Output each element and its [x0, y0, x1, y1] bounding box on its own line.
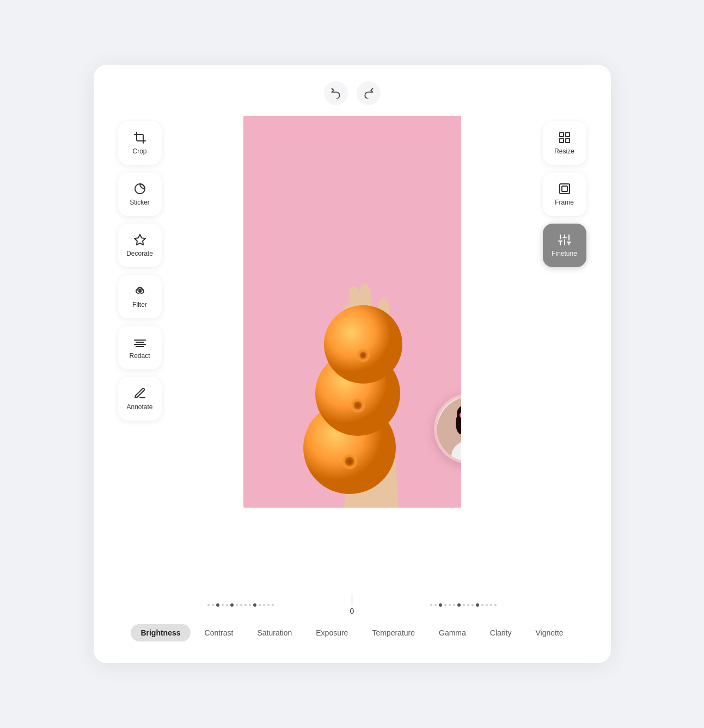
- top-toolbar: [115, 81, 589, 105]
- svg-rect-34: [566, 139, 570, 143]
- svg-rect-32: [566, 133, 570, 137]
- tab-saturation[interactable]: Saturation: [247, 624, 302, 641]
- frame-label: Frame: [555, 199, 574, 206]
- dot: [216, 603, 219, 607]
- tab-gamma[interactable]: Gamma: [429, 624, 476, 641]
- image-content: [243, 116, 461, 508]
- dot: [490, 604, 492, 606]
- left-sidebar: Crop Sticker Decorate: [115, 116, 164, 582]
- dot: [207, 604, 210, 606]
- svg-point-17: [324, 305, 402, 384]
- dot: [253, 603, 256, 607]
- dot: [259, 604, 261, 606]
- editor-container: Crop Sticker Decorate: [94, 65, 611, 663]
- slider-track[interactable]: 0: [115, 595, 589, 615]
- dot: [272, 604, 274, 606]
- dot: [439, 603, 442, 607]
- undo-button[interactable]: [324, 81, 348, 105]
- right-sidebar: Resize Frame: [540, 116, 589, 582]
- redact-label: Redact: [129, 352, 150, 360]
- resize-tool-button[interactable]: Resize: [543, 121, 586, 165]
- dot: [434, 604, 437, 606]
- filter-icon: [133, 285, 146, 298]
- dot: [249, 604, 251, 606]
- annotate-label: Annotate: [126, 403, 152, 411]
- dot: [263, 604, 265, 606]
- svg-point-19: [360, 352, 366, 359]
- svg-point-13: [345, 457, 354, 466]
- decorate-icon: [133, 233, 146, 246]
- resize-label: Resize: [554, 147, 574, 155]
- resize-icon: [558, 131, 571, 144]
- dot: [449, 604, 451, 606]
- redact-icon: [133, 336, 146, 349]
- finetune-tool-button[interactable]: Finetune: [543, 224, 586, 267]
- dot: [486, 604, 488, 606]
- dot: [430, 604, 432, 606]
- frame-icon: [558, 182, 571, 195]
- svg-rect-36: [562, 186, 567, 192]
- dot: [236, 604, 238, 606]
- slider-dots-right: [360, 603, 567, 607]
- dot: [463, 604, 465, 606]
- bottom-controls: 0 Brightness: [115, 595, 589, 641]
- dot: [457, 603, 461, 607]
- tab-temperature[interactable]: Temperature: [362, 624, 425, 641]
- dot: [453, 604, 455, 606]
- image-frame: [243, 116, 461, 508]
- crop-tool-button[interactable]: Crop: [118, 121, 162, 165]
- sticker-icon: [133, 182, 146, 195]
- crop-label: Crop: [132, 147, 146, 155]
- svg-rect-33: [560, 139, 564, 143]
- frame-tool-button[interactable]: Frame: [543, 172, 586, 216]
- finetune-icon: [558, 233, 571, 246]
- sticker-label: Sticker: [130, 199, 150, 206]
- image-illustration: [243, 116, 461, 508]
- filter-label: Filter: [132, 301, 147, 309]
- dot: [467, 604, 469, 606]
- dot: [476, 603, 479, 607]
- dot: [494, 604, 497, 606]
- svg-rect-35: [560, 184, 570, 194]
- dot: [240, 604, 242, 606]
- dot: [481, 604, 483, 606]
- svg-rect-31: [560, 133, 564, 137]
- annotate-icon: [133, 387, 146, 400]
- slider-center-line: [352, 595, 352, 606]
- crop-icon: [133, 131, 146, 144]
- redact-tool-button[interactable]: Redact: [118, 326, 162, 369]
- slider-dots-left: [137, 603, 345, 607]
- dot: [267, 604, 270, 606]
- dot: [244, 604, 247, 606]
- redo-button[interactable]: [357, 81, 381, 105]
- dot: [472, 604, 474, 606]
- decorate-label: Decorate: [126, 250, 153, 257]
- dot: [444, 604, 446, 606]
- slider-value: 0: [347, 607, 358, 615]
- svg-marker-1: [134, 235, 145, 245]
- tab-exposure[interactable]: Exposure: [306, 624, 358, 641]
- tab-brightness[interactable]: Brightness: [131, 624, 190, 641]
- finetune-label: Finetune: [552, 250, 577, 257]
- dot: [226, 604, 228, 606]
- tab-contrast[interactable]: Contrast: [195, 624, 243, 641]
- sticker-tool-button[interactable]: Sticker: [118, 172, 162, 216]
- svg-point-16: [354, 402, 362, 409]
- dot: [222, 604, 224, 606]
- tab-vignette[interactable]: Vignette: [525, 624, 573, 641]
- main-area: Crop Sticker Decorate: [115, 116, 589, 582]
- decorate-tool-button[interactable]: Decorate: [118, 224, 162, 267]
- tab-clarity[interactable]: Clarity: [480, 624, 522, 641]
- annotate-tool-button[interactable]: Annotate: [118, 377, 162, 421]
- filter-tool-button[interactable]: Filter: [118, 275, 162, 318]
- dot: [230, 603, 234, 607]
- dot: [212, 604, 214, 606]
- slider-center: 0: [347, 595, 358, 615]
- canvas-area: [164, 116, 540, 582]
- finetune-tabs: Brightness Contrast Saturation Exposure …: [131, 624, 573, 641]
